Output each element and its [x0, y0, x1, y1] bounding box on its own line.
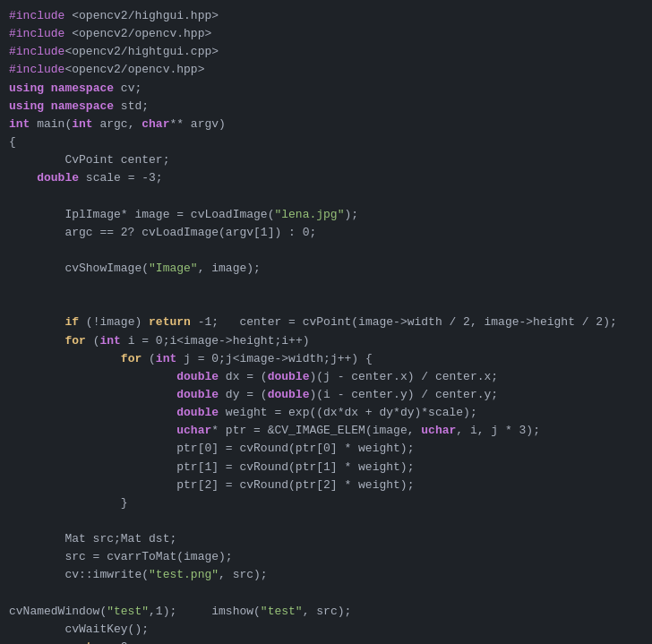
- code-line: cvNamedWindow("test",1); imshow("test", …: [0, 603, 652, 621]
- code-line: Mat src;Mat dst;: [0, 530, 652, 548]
- code-line: argc == 2? cvLoadImage(argv[1]) : 0;: [0, 224, 652, 242]
- code-line: [0, 296, 652, 313]
- code-line: cv::imwrite("test.png", src);: [0, 566, 652, 584]
- code-line: double dy = (double)(i - center.y) / cen…: [0, 386, 652, 404]
- code-line: CvPoint center;: [0, 151, 652, 169]
- code-line: for (int i = 0;i<image->height;i++): [0, 332, 652, 350]
- code-line: double scale = -3;: [0, 169, 652, 187]
- code-line: [0, 278, 652, 296]
- code-line: using namespace std;: [0, 98, 652, 116]
- code-line: ptr[1] = cvRound(ptr[1] * weight);: [0, 459, 652, 477]
- code-line: [0, 187, 652, 205]
- code-line: cvWaitKey();: [0, 621, 652, 639]
- code-line: double dx = (double)(j - center.x) / cen…: [0, 368, 652, 386]
- code-line: {: [0, 133, 652, 151]
- code-line: src = cvarrToMat(image);: [0, 548, 652, 566]
- code-container: #include <opencv2/highgui.hpp> #include …: [0, 0, 652, 644]
- code-line: double weight = exp((dx*dx + dy*dy)*scal…: [0, 404, 652, 422]
- code-line: ptr[0] = cvRound(ptr[0] * weight);: [0, 440, 652, 458]
- code-line: cvShowImage("Image", image);: [0, 260, 652, 278]
- code-line: }: [0, 494, 652, 512]
- code-line: for (int j = 0;j<image->width;j++) {: [0, 350, 652, 368]
- code-line: uchar* ptr = &CV_IMAGE_ELEM(image, uchar…: [0, 422, 652, 440]
- code-line: [0, 585, 652, 603]
- code-line: int main(int argc, char** argv): [0, 116, 652, 133]
- code-line: IplImage* image = cvLoadImage("lena.jpg"…: [0, 206, 652, 224]
- code-line: if (!image) return -1; center = cvPoint(…: [0, 313, 652, 331]
- code-line: #include <opencv2/opencv.hpp>: [0, 25, 652, 43]
- code-line: ptr[2] = cvRound(ptr[2] * weight);: [0, 477, 652, 494]
- code-line: using namespace cv;: [0, 80, 652, 98]
- code-line: return 0;: [0, 639, 652, 644]
- code-line: #include <opencv2/highgui.hpp>: [0, 7, 652, 25]
- code-line: #include<opencv2/hightgui.cpp>: [0, 43, 652, 61]
- code-line: #include<opencv2/opencv.hpp>: [0, 61, 652, 79]
- code-line: [0, 242, 652, 260]
- code-line: [0, 512, 652, 530]
